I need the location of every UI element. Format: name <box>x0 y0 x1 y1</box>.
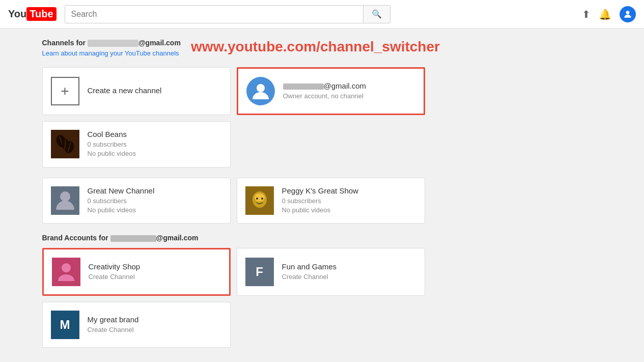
svg-point-15 <box>62 263 71 272</box>
channels-for-label: Channels for @gmail.com <box>42 39 181 47</box>
search-icon: 🔍 <box>372 10 382 18</box>
brand-section-label: Brand Accounts for @gmail.com <box>42 234 602 242</box>
logo-tube: Tube <box>26 7 56 21</box>
brand-grid: Creativity Shop Create Channel F Fun and… <box>42 248 602 348</box>
channels-grid-row1: + Create a new channel @gmail.com Owner … <box>42 67 602 167</box>
fun-and-games-card[interactable]: F Fun and Games Create Channel <box>237 248 425 296</box>
great-new-channel-card[interactable]: Great New Channel 0 subscribers No publi… <box>42 178 231 224</box>
great-new-channel-name: Great New Channel <box>88 186 222 195</box>
peggy-show-avatar <box>245 186 274 215</box>
cool-beans-name: Cool Beans <box>88 130 222 138</box>
my-great-brand-card[interactable]: M My great brand Create Channel <box>42 302 231 348</box>
my-great-brand-avatar: M <box>51 311 79 339</box>
svg-point-14 <box>261 198 263 200</box>
main-content: Channels for @gmail.com Learn about mana… <box>22 29 623 362</box>
owner-account-card[interactable]: @gmail.com Owner account, no channel <box>237 67 425 115</box>
cool-beans-sub1: 0 subscribers <box>88 140 222 149</box>
fun-and-games-info: Fun and Games Create Channel <box>282 262 416 282</box>
owner-avatar <box>246 77 275 105</box>
peggy-show-card[interactable]: Peggy K's Great Show 0 subscribers No pu… <box>237 178 425 224</box>
peggy-show-info: Peggy K's Great Show 0 subscribers No pu… <box>282 186 416 215</box>
learn-link[interactable]: Learn about managing your YouTube channe… <box>42 49 179 57</box>
peggy-show-sub2: No public videos <box>282 206 416 215</box>
fun-and-games-sub: Create Channel <box>282 272 416 282</box>
create-new-channel-card[interactable]: + Create a new channel <box>42 67 231 115</box>
great-new-channel-info: Great New Channel 0 subscribers No publi… <box>88 186 222 215</box>
title-row: Channels for @gmail.com Learn about mana… <box>42 39 602 65</box>
cool-beans-card[interactable]: Cool Beans 0 subscribers No public video… <box>42 121 231 167</box>
channels-grid-row2: Great New Channel 0 subscribers No publi… <box>42 178 602 224</box>
blurred-email <box>88 40 138 47</box>
cool-beans-avatar <box>51 130 79 158</box>
search-button[interactable]: 🔍 <box>363 6 390 23</box>
svg-point-9 <box>60 191 70 202</box>
creativity-shop-name: Creativity Shop <box>89 262 221 271</box>
creativity-shop-info: Creativity Shop Create Channel <box>89 262 221 282</box>
search-bar: 🔍 <box>65 5 390 23</box>
owner-account-name: @gmail.com <box>283 81 415 90</box>
logo-you: You <box>8 8 26 20</box>
creativity-shop-sub: Create Channel <box>89 272 221 282</box>
owner-account-sub: Owner account, no channel <box>283 92 415 101</box>
bell-icon[interactable]: 🔔 <box>599 8 611 20</box>
fun-and-games-avatar: F <box>245 258 274 286</box>
svg-point-1 <box>257 84 265 92</box>
create-channel-name: Create a new channel <box>88 86 222 95</box>
svg-point-13 <box>256 198 258 200</box>
upload-icon[interactable]: ⬆ <box>582 8 591 20</box>
svg-point-0 <box>626 11 630 14</box>
my-great-brand-info: My great brand Create Channel <box>88 315 222 335</box>
plus-icon: + <box>51 77 79 105</box>
creativity-shop-card[interactable]: Creativity Shop Create Channel <box>42 248 231 296</box>
search-input[interactable] <box>65 6 363 23</box>
my-great-brand-name: My great brand <box>88 315 222 324</box>
great-new-channel-sub1: 0 subscribers <box>88 197 222 206</box>
youtube-logo[interactable]: You Tube <box>8 7 57 21</box>
peggy-show-sub1: 0 subscribers <box>282 197 416 206</box>
page-url-title: www.youtube.com/channel_switcher <box>191 39 440 55</box>
create-channel-info: Create a new channel <box>88 86 222 96</box>
my-great-brand-sub: Create Channel <box>88 325 222 335</box>
peggy-show-name: Peggy K's Great Show <box>282 186 416 195</box>
cool-beans-info: Cool Beans 0 subscribers No public video… <box>88 130 222 158</box>
user-avatar[interactable] <box>620 6 636 22</box>
great-new-channel-sub2: No public videos <box>88 206 222 215</box>
header-actions: ⬆ 🔔 <box>582 6 636 22</box>
svg-point-12 <box>255 193 265 202</box>
creativity-shop-avatar <box>52 258 80 286</box>
header: You Tube 🔍 ⬆ 🔔 <box>0 0 644 29</box>
channels-section-header: Channels for @gmail.com Learn about mana… <box>42 39 181 57</box>
owner-account-info: @gmail.com Owner account, no channel <box>283 81 415 101</box>
fun-and-games-name: Fun and Games <box>282 262 416 271</box>
cool-beans-sub2: No public videos <box>88 149 222 158</box>
great-new-channel-avatar <box>51 186 79 215</box>
